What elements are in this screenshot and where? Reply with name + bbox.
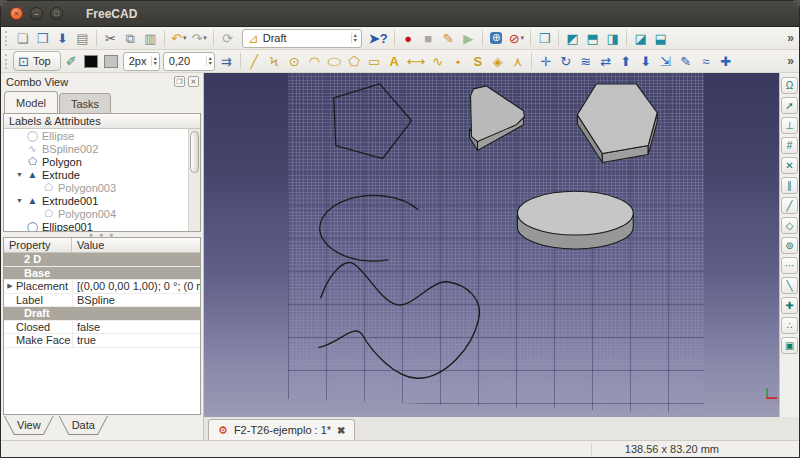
shape-extrude-wedge[interactable] — [470, 86, 525, 151]
spinner-arrows-icon[interactable]: ▴▾ — [206, 56, 214, 66]
property-row-placement[interactable]: ▶Placement[(0,00 0,00 1,00); 0 °; (0 m..… — [4, 280, 200, 294]
macro-play-button[interactable]: ▶ — [459, 28, 478, 48]
draft-line-button[interactable]: ╱ — [245, 51, 264, 71]
tab-model[interactable]: Model — [4, 91, 58, 113]
snap-endpoint-button[interactable]: ➚ — [781, 97, 798, 114]
shape-bspline[interactable] — [319, 263, 480, 379]
toolbar-overflow-draft[interactable]: » — [785, 54, 796, 68]
draft-offset-button[interactable]: ≋ — [576, 51, 595, 71]
tree-header[interactable]: Labels & Attributes — [4, 114, 200, 129]
snap-ortho-button[interactable]: ✚ — [781, 297, 798, 314]
property-value[interactable]: false — [72, 321, 200, 334]
property-row-label[interactable]: LabelBSpline — [4, 294, 200, 308]
toolbar-drag-handle[interactable] — [5, 54, 9, 69]
redo-button[interactable]: ↷▾ — [189, 28, 208, 48]
toolbar-overflow-main[interactable]: » — [785, 31, 796, 45]
draft-bspline-button[interactable]: ∿ — [428, 51, 447, 71]
draft-trimex-button[interactable]: ⇄ — [596, 51, 615, 71]
draft-arc-button[interactable]: ◠ — [305, 51, 324, 71]
shape-extrude-hexagon[interactable] — [577, 84, 657, 163]
snap-angle-button[interactable]: ◇ — [781, 217, 798, 234]
tab-tasks[interactable]: Tasks — [59, 93, 111, 113]
draft-point-button[interactable]: ● — [448, 51, 467, 71]
line-color-swatch[interactable] — [82, 51, 101, 71]
draft-polygon-button[interactable]: ⬠ — [345, 51, 364, 71]
tab-view[interactable]: View — [5, 416, 53, 434]
scale-spinbox[interactable]: 0,20▴▾ — [163, 52, 215, 71]
draft-circle-button[interactable]: ⊙ — [285, 51, 304, 71]
document-tab[interactable]: ⚙ F2-T26-ejemplo : 1* ✖ — [208, 419, 355, 440]
draft-ellipse-button[interactable]: ◯ — [325, 51, 344, 71]
draft-move-button[interactable]: ✛ — [536, 51, 555, 71]
shape-polygon-pentagon[interactable] — [334, 84, 412, 159]
workbench-selector[interactable]: ⊿Draft▴▾ — [242, 29, 362, 48]
face-color-swatch[interactable] — [102, 51, 121, 71]
tree-item-ellipse[interactable]: ◯Ellipse — [4, 129, 200, 142]
draft-upgrade-button[interactable]: ⬆ — [616, 51, 635, 71]
tree-item-bspline002[interactable]: ∿BSpline002 — [4, 142, 200, 155]
line-width-spinbox[interactable]: 2px▴▾ — [123, 52, 160, 71]
snap-grid-button[interactable]: # — [781, 137, 798, 154]
spinner-arrows-icon[interactable]: ▴▾ — [151, 56, 159, 66]
draft-rectangle-button[interactable]: ▭ — [365, 51, 384, 71]
dropdown-caret-icon[interactable]: ▾ — [521, 34, 525, 42]
macro-edit-button[interactable]: ✎ — [439, 28, 458, 48]
window-close-button[interactable]: ✕ — [10, 7, 23, 20]
snap-near-button[interactable]: ╲ — [781, 277, 798, 294]
whats-this-button[interactable]: ➤? — [367, 28, 390, 48]
view-top-button[interactable]: ⬒ — [583, 28, 602, 48]
scrollbar-thumb[interactable] — [190, 131, 199, 173]
macro-stop-button[interactable]: ■ — [419, 28, 438, 48]
draft-autogroup-button[interactable]: ✐ — [62, 51, 81, 71]
property-row-make-face[interactable]: Make Facetrue — [4, 334, 200, 348]
open-document-button[interactable]: ❒ — [33, 28, 52, 48]
property-row-closed[interactable]: Closedfalse — [4, 321, 200, 335]
shape-extrude-disc[interactable] — [517, 191, 633, 249]
view-bottom-button[interactable]: ⬓ — [651, 28, 670, 48]
clipping-plane-button[interactable]: ⊘▾ — [507, 28, 526, 48]
draft-wire-button[interactable]: Ϟ — [265, 51, 284, 71]
toolbar-drag-handle[interactable] — [5, 31, 9, 46]
save-button[interactable]: ⬇ — [53, 28, 72, 48]
view-front-button[interactable]: ◩ — [563, 28, 582, 48]
tree-scrollbar[interactable] — [188, 129, 200, 231]
view-right-button[interactable]: ◨ — [603, 28, 622, 48]
draft-scale-button[interactable]: ⇲ — [656, 51, 675, 71]
snap-lock-button[interactable]: Ω — [781, 77, 798, 94]
panel-float-button[interactable]: ❐ — [174, 76, 185, 87]
expander-icon[interactable]: ▼ — [16, 171, 26, 178]
property-value[interactable]: true — [72, 334, 200, 347]
window-maximize-button[interactable]: □ — [50, 7, 63, 20]
snap-workingplane-button[interactable]: ▣ — [781, 337, 798, 354]
draft-wire2bspline-button[interactable]: ≈ — [696, 51, 715, 71]
draft-addpoint-button[interactable]: ✚ — [716, 51, 735, 71]
tree-item-polygon003[interactable]: ⬠Polygon003 — [4, 181, 200, 194]
workingplane-top-button[interactable]: ⊡Top — [13, 51, 61, 71]
macro-record-button[interactable]: ● — [399, 28, 418, 48]
3d-viewport[interactable]: x — [204, 73, 779, 417]
shape-ellipse-arc[interactable] — [320, 195, 418, 261]
cut-button[interactable]: ✂ — [101, 28, 120, 48]
tree-item-ellipse001[interactable]: ◯Ellipse001 — [4, 220, 200, 232]
window-minimize-button[interactable]: – — [30, 7, 43, 20]
tree-item-polygon[interactable]: ⬠Polygon — [4, 155, 200, 168]
snap-intersection-button[interactable]: ✕ — [781, 157, 798, 174]
tree-item-extrude[interactable]: ▼▲Extrude — [4, 168, 200, 181]
snap-special-button[interactable]: ∴ — [781, 317, 798, 334]
draft-shapestring-button[interactable]: S — [468, 51, 487, 71]
property-value[interactable]: BSpline — [72, 294, 200, 307]
property-value[interactable]: [(0,00 0,00 1,00); 0 °; (0 m... — [72, 280, 200, 293]
tree-item-extrude001[interactable]: ▼▲Extrude001 — [4, 194, 200, 207]
snap-extension-button[interactable]: ⋯ — [781, 257, 798, 274]
refresh-button[interactable]: ⟳ — [218, 28, 237, 48]
expander-icon[interactable]: ▶ — [4, 282, 16, 290]
snap-midpoint-button[interactable]: ╱ — [781, 197, 798, 214]
draft-rotate-button[interactable]: ↻ — [556, 51, 575, 71]
tab-data[interactable]: Data — [60, 416, 107, 434]
expander-icon[interactable]: ▼ — [16, 197, 26, 204]
print-button[interactable]: ▤ — [73, 28, 92, 48]
tab-close-icon[interactable]: ✖ — [337, 425, 345, 436]
new-document-button[interactable]: ❏ — [13, 28, 32, 48]
view-axonometric-button[interactable]: ❒ — [535, 28, 554, 48]
copy-button[interactable]: ⧉ — [121, 28, 140, 48]
